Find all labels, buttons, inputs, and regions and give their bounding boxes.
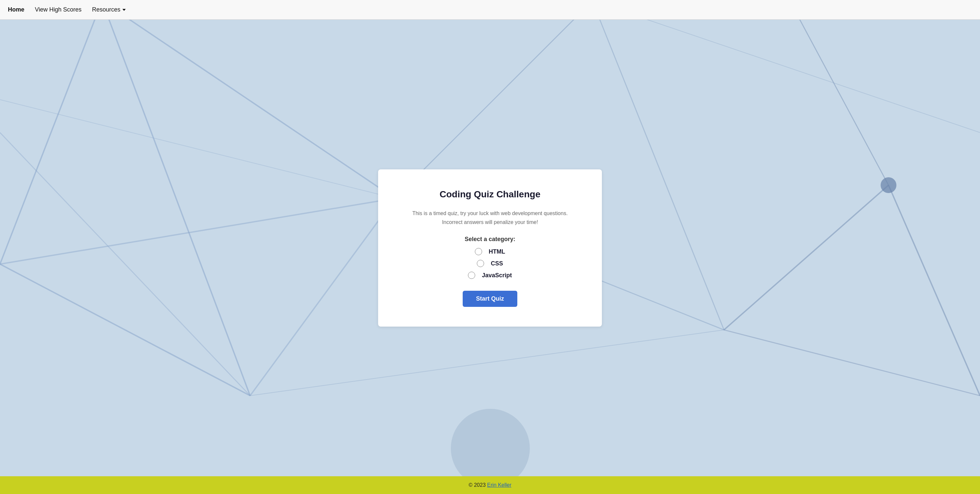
nav-home[interactable]: Home (8, 6, 24, 13)
radio-html[interactable] (475, 248, 482, 255)
main-content: Coding Quiz Challenge This is a timed qu… (0, 20, 980, 476)
category-radio-group: HTML CSS JavaScript (404, 248, 576, 279)
start-quiz-button[interactable]: Start Quiz (463, 291, 517, 307)
svg-line-9 (724, 185, 889, 330)
nav-resources-label: Resources (92, 6, 121, 13)
category-label: Select a category: (404, 236, 576, 243)
quiz-card: Coding Quiz Challenge This is a timed qu… (378, 169, 602, 327)
card-title: Coding Quiz Challenge (404, 189, 576, 200)
svg-line-15 (0, 100, 395, 199)
svg-line-1 (102, 20, 250, 396)
svg-line-14 (250, 330, 724, 396)
svg-line-5 (250, 199, 395, 396)
svg-line-16 (0, 133, 250, 396)
description-line1: This is a timed quiz, try your luck with… (412, 211, 568, 216)
footer-copyright: © 2023 (469, 482, 487, 488)
footer: © 2023 Erin Keller (0, 476, 980, 494)
radio-javascript-label: JavaScript (482, 272, 512, 279)
svg-line-10 (889, 185, 980, 396)
svg-line-11 (724, 330, 980, 396)
description-line2: Incorrect answers will penalize your tim… (442, 219, 538, 225)
radio-html-label: HTML (489, 248, 505, 255)
radio-css[interactable] (477, 260, 484, 267)
svg-point-21 (451, 409, 530, 476)
radio-javascript[interactable] (468, 272, 475, 279)
footer-author-link[interactable]: Erin Keller (487, 482, 511, 488)
svg-line-0 (0, 20, 102, 264)
navbar: Home View High Scores Resources (0, 0, 980, 20)
svg-point-19 (881, 177, 896, 193)
svg-line-8 (592, 20, 724, 330)
svg-line-17 (592, 20, 980, 133)
svg-line-12 (790, 20, 889, 185)
svg-line-2 (102, 20, 395, 199)
card-description: This is a timed quiz, try your luck with… (404, 209, 576, 227)
category-css[interactable]: CSS (477, 260, 503, 267)
nav-resources-dropdown[interactable]: Resources (92, 6, 126, 13)
svg-line-3 (0, 264, 250, 396)
radio-css-label: CSS (491, 260, 503, 267)
category-html[interactable]: HTML (475, 248, 505, 255)
category-javascript[interactable]: JavaScript (468, 272, 512, 279)
nav-highscores[interactable]: View High Scores (35, 6, 82, 13)
chevron-down-icon (123, 9, 126, 11)
